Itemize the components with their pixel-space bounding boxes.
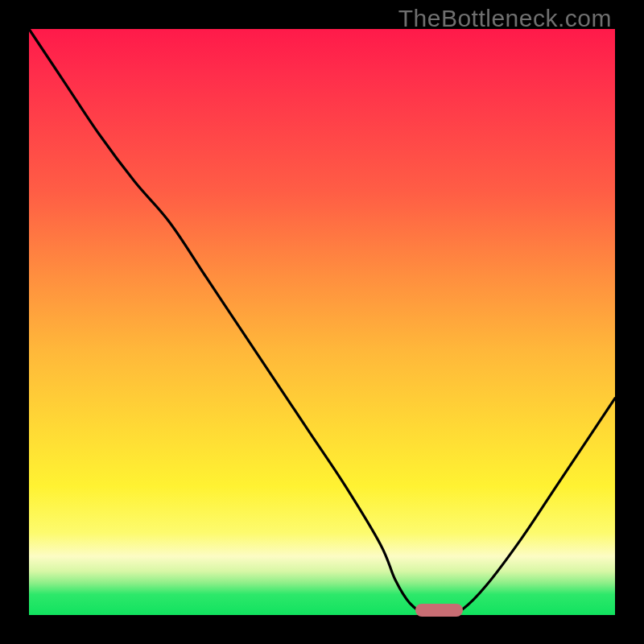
optimum-marker <box>415 604 462 617</box>
curve-path <box>29 29 615 617</box>
chart-frame: TheBottleneck.com <box>0 0 644 644</box>
watermark-text: TheBottleneck.com <box>398 5 612 32</box>
bottleneck-curve <box>29 29 615 615</box>
plot-area <box>29 29 615 615</box>
